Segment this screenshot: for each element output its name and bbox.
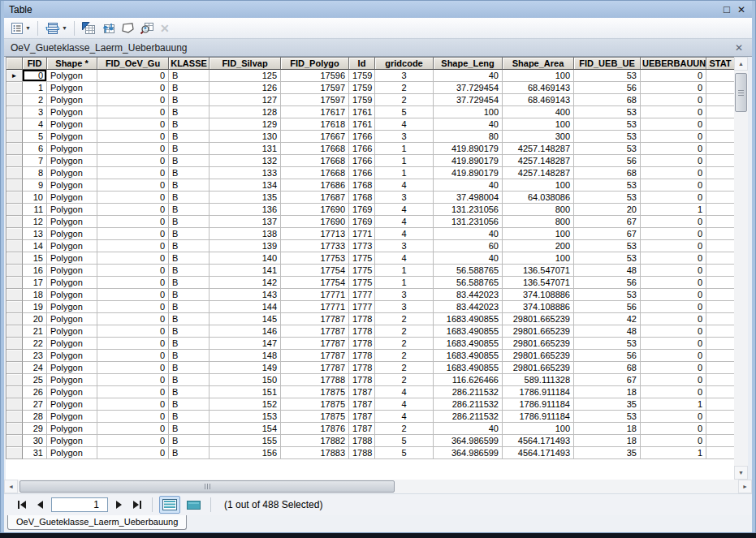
column-header[interactable]: Shape_Area (503, 58, 574, 70)
column-header[interactable]: Shape_Leng (434, 58, 503, 70)
cell[interactable]: 1759 (349, 94, 375, 106)
row-selector[interactable] (6, 338, 23, 350)
cell[interactable]: B (169, 82, 210, 94)
row-selector[interactable] (6, 277, 23, 289)
cell[interactable]: 13 (23, 228, 47, 240)
cell[interactable]: 19 (23, 301, 47, 313)
cell[interactable]: 53 (574, 252, 641, 265)
cell[interactable]: 364.986599 (434, 435, 503, 447)
row-selector[interactable] (6, 398, 23, 411)
cell[interactable]: 4257.148287 (503, 155, 574, 167)
cell[interactable]: 1766 (349, 143, 375, 155)
cell[interactable] (706, 338, 734, 350)
cell[interactable]: 132 (210, 155, 281, 167)
cell[interactable]: 67 (574, 374, 641, 386)
cell[interactable]: 40 (434, 423, 503, 435)
cell[interactable]: Polygon (47, 277, 97, 289)
cell[interactable]: 83.442023 (434, 289, 503, 301)
cell[interactable]: 53 (574, 131, 641, 143)
cell[interactable]: 5 (375, 435, 434, 447)
cell[interactable]: 149 (210, 362, 281, 374)
cell[interactable]: 0 (641, 143, 706, 155)
cell[interactable]: Polygon (47, 301, 97, 313)
cell[interactable] (706, 118, 734, 131)
cell[interactable]: 0 (97, 179, 169, 192)
cell[interactable]: 9 (23, 179, 47, 192)
cell[interactable]: 3 (375, 240, 434, 252)
cell[interactable]: 3 (375, 289, 434, 301)
cell[interactable] (706, 179, 734, 192)
cell[interactable]: 2 (375, 94, 434, 106)
cell[interactable]: 4 (375, 216, 434, 228)
cell[interactable]: 53 (574, 240, 641, 252)
cell[interactable]: 35 (574, 447, 641, 459)
row-selector[interactable] (6, 131, 23, 143)
switch-selection-button[interactable] (99, 19, 118, 37)
cell[interactable]: 17875 (281, 386, 349, 398)
cell[interactable]: 17597 (281, 82, 349, 94)
cell[interactable]: 0 (97, 338, 169, 350)
cell[interactable]: 1786.911184 (503, 398, 574, 411)
row-selector[interactable] (6, 82, 23, 94)
cell[interactable]: 125 (210, 70, 281, 82)
cell[interactable]: 17754 (281, 277, 349, 289)
cell[interactable]: B (169, 423, 210, 435)
cell[interactable]: 0 (97, 118, 169, 131)
cell[interactable]: 4 (375, 398, 434, 411)
cell[interactable]: 60 (434, 240, 503, 252)
cell[interactable]: 1759 (349, 70, 375, 82)
cell[interactable]: 64.038086 (503, 192, 574, 204)
row-selector[interactable] (6, 143, 23, 155)
cell[interactable] (706, 265, 734, 277)
cell[interactable] (706, 155, 734, 167)
cell[interactable]: 0 (641, 106, 706, 118)
cell[interactable]: B (169, 70, 210, 82)
cell[interactable] (706, 386, 734, 398)
cell[interactable]: 148 (210, 350, 281, 362)
cell[interactable]: 27 (23, 398, 47, 411)
cell[interactable]: Polygon (47, 204, 97, 216)
cell[interactable]: 419.890179 (434, 155, 503, 167)
cell[interactable]: 0 (641, 179, 706, 192)
cell[interactable]: 4 (375, 179, 434, 192)
cell[interactable]: Polygon (47, 338, 97, 350)
cell[interactable]: 0 (97, 82, 169, 94)
column-header[interactable]: STAT (706, 58, 734, 70)
row-selector[interactable] (6, 325, 23, 338)
cell[interactable] (706, 204, 734, 216)
cell[interactable]: 17787 (281, 325, 349, 338)
horizontal-scroll-thumb[interactable] (19, 480, 395, 493)
cell[interactable]: 53 (574, 289, 641, 301)
cell[interactable]: 4 (375, 411, 434, 423)
cell[interactable]: 0 (97, 313, 169, 325)
cell[interactable]: 374.108886 (503, 289, 574, 301)
maximize-button[interactable]: □ (719, 3, 734, 16)
cell[interactable]: 4564.171493 (503, 447, 574, 459)
cell[interactable]: 56 (574, 301, 641, 313)
cell[interactable] (706, 447, 734, 459)
cell[interactable]: 17713 (281, 228, 349, 240)
cell[interactable]: 143 (210, 289, 281, 301)
cell[interactable]: 5 (375, 106, 434, 118)
cell[interactable]: Polygon (47, 94, 97, 106)
cell[interactable]: 68 (574, 94, 641, 106)
cell[interactable]: 0 (641, 265, 706, 277)
cell[interactable]: 0 (641, 228, 706, 240)
cell[interactable]: 17787 (281, 350, 349, 362)
cell[interactable]: 146 (210, 325, 281, 338)
cell[interactable] (706, 131, 734, 143)
close-button[interactable]: ✕ (734, 3, 749, 16)
cell[interactable]: Polygon (47, 398, 97, 411)
cell[interactable]: 0 (641, 277, 706, 289)
cell[interactable]: 2 (23, 94, 47, 106)
cell[interactable]: B (169, 350, 210, 362)
cell[interactable]: 1778 (349, 362, 375, 374)
cell[interactable]: 25 (23, 374, 47, 386)
cell[interactable]: 17687 (281, 192, 349, 204)
cell[interactable]: 0 (641, 411, 706, 423)
current-record-input[interactable] (51, 497, 108, 512)
cell[interactable]: 2 (375, 82, 434, 94)
cell[interactable]: 1766 (349, 131, 375, 143)
cell[interactable]: 1775 (349, 252, 375, 265)
cell[interactable]: 0 (97, 265, 169, 277)
